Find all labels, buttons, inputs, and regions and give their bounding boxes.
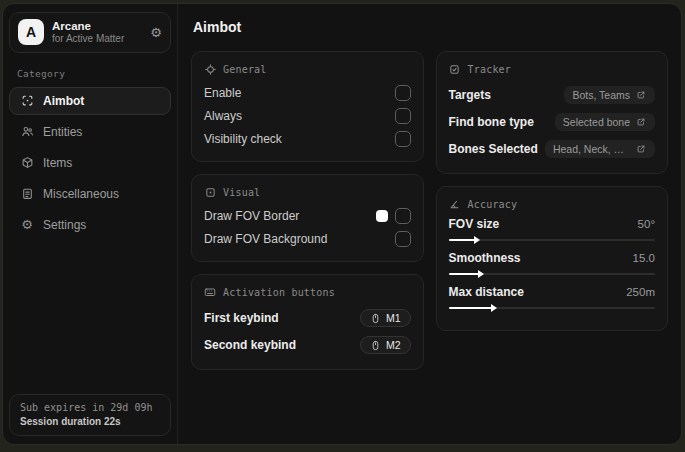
section-header: Visual — [223, 187, 260, 198]
category-label: Category — [17, 68, 171, 79]
sidebar-item-items[interactable]: Items — [9, 149, 171, 177]
expand-icon — [636, 144, 647, 155]
setting-label: Bones Selected — [449, 142, 538, 156]
keybind-value: M1 — [386, 312, 401, 324]
mouse-icon — [370, 313, 381, 324]
draw-fov-background-checkbox[interactable] — [395, 231, 411, 247]
setting-row-draw-fov-border: Draw FOV Border — [204, 205, 411, 227]
slider-value: 50° — [638, 218, 655, 230]
max-distance-slider[interactable] — [449, 307, 656, 309]
general-card: General Enable Always Visibility check — [191, 51, 424, 162]
sidebar-item-entities[interactable]: Entities — [9, 118, 171, 146]
clipboard-list-icon — [20, 187, 34, 201]
setting-label: Find bone type — [449, 115, 534, 129]
brand-card: A Arcane for Active Matter ⚙ — [9, 12, 171, 53]
slider-value: 15.0 — [633, 252, 655, 264]
enable-checkbox[interactable] — [395, 85, 411, 101]
brand-subtitle: for Active Matter — [52, 33, 124, 46]
sidebar-item-label: Entities — [43, 125, 82, 139]
slider-label: Smoothness — [449, 251, 521, 265]
slider-value: 250m — [626, 286, 655, 298]
setting-label: Enable — [204, 86, 241, 100]
setting-row-second-keybind: Second keybind M2 — [204, 332, 411, 358]
category-nav: Aimbot Entities — [9, 87, 171, 239]
setting-row-visibility-check: Visibility check — [204, 128, 411, 150]
setting-label: Visibility check — [204, 132, 282, 146]
setting-row-draw-fov-background: Draw FOV Background — [204, 228, 411, 250]
bones-selected-dropdown[interactable]: Head, Neck, Body, Pe… — [545, 140, 655, 158]
accuracy-card: Accuracy FOV size 50° — [436, 186, 669, 331]
expand-icon — [636, 90, 647, 101]
section-header: Tracker — [468, 64, 512, 75]
brand-title: Arcane — [52, 19, 124, 33]
first-keybind-button[interactable]: M1 — [360, 309, 411, 327]
dropdown-value: Bots, Teams — [572, 89, 630, 101]
sub-expiry-text: Sub expires in 29d 09h — [20, 402, 160, 413]
sidebar-item-label: Aimbot — [43, 94, 84, 108]
sidebar-item-aimbot[interactable]: Aimbot — [9, 87, 171, 115]
smoothness-slider[interactable] — [449, 273, 656, 275]
slider-label: Max distance — [449, 285, 524, 299]
keyboard-icon — [204, 286, 216, 298]
always-checkbox[interactable] — [395, 108, 411, 124]
section-header: Activation buttons — [223, 287, 335, 298]
visibility-check-checkbox[interactable] — [395, 131, 411, 147]
sidebar: A Arcane for Active Matter ⚙ Category Ai… — [3, 4, 178, 444]
slider-thumb[interactable] — [478, 270, 484, 278]
setting-label: Draw FOV Border — [204, 209, 299, 223]
mouse-icon — [370, 340, 381, 351]
sidebar-item-label: Settings — [43, 218, 86, 232]
setting-row-targets: Targets Bots, Teams — [449, 82, 656, 108]
sidebar-item-miscellaneous[interactable]: Miscellaneous — [9, 180, 171, 208]
slider-thumb[interactable] — [474, 236, 480, 244]
fov-size-slider[interactable] — [449, 239, 656, 241]
setting-row-always: Always — [204, 105, 411, 127]
setting-label: First keybind — [204, 311, 279, 325]
dropdown-value: Head, Neck, Body, Pe… — [553, 143, 630, 155]
slider-row-smoothness: Smoothness 15.0 — [449, 251, 656, 275]
brand-logo: A — [18, 19, 44, 45]
setting-row-first-keybind: First keybind M1 — [204, 305, 411, 331]
app-window: A Arcane for Active Matter ⚙ Category Ai… — [2, 3, 682, 445]
cube-icon — [20, 156, 34, 170]
setting-label: Always — [204, 109, 242, 123]
find-bone-type-dropdown[interactable]: Selected bone — [555, 113, 655, 131]
subscription-status-card: Sub expires in 29d 09h Session duration … — [9, 394, 171, 436]
page-title: Aimbot — [193, 19, 668, 35]
activation-buttons-card: Activation buttons First keybind M1 — [191, 274, 424, 370]
visual-card: Visual Draw FOV Border Draw FOV Backgrou… — [191, 174, 424, 262]
section-header: Accuracy — [468, 199, 518, 210]
session-duration-text: Session duration 22s — [20, 416, 160, 427]
targets-dropdown[interactable]: Bots, Teams — [564, 86, 655, 104]
expand-icon — [636, 117, 647, 128]
draw-fov-border-checkbox[interactable] — [395, 208, 411, 224]
fov-border-color-swatch[interactable] — [376, 210, 388, 222]
setting-row-bones-selected: Bones Selected Head, Neck, Body, Pe… — [449, 136, 656, 162]
slider-label: FOV size — [449, 217, 500, 231]
slider-row-max-distance: Max distance 250m — [449, 285, 656, 309]
sidebar-item-settings[interactable]: ⚙ Settings — [9, 211, 171, 239]
sidebar-item-label: Miscellaneous — [43, 187, 119, 201]
setting-row-find-bone-type: Find bone type Selected bone — [449, 109, 656, 135]
frame-icon — [204, 186, 216, 198]
setting-row-enable: Enable — [204, 82, 411, 104]
tracker-icon — [449, 63, 461, 75]
users-icon — [20, 125, 34, 139]
angle-icon — [449, 198, 461, 210]
crosshair-scan-icon — [20, 94, 34, 108]
second-keybind-button[interactable]: M2 — [360, 336, 411, 354]
dropdown-value: Selected bone — [563, 116, 630, 128]
keybind-value: M2 — [386, 339, 401, 351]
setting-label: Targets — [449, 88, 491, 102]
setting-label: Draw FOV Background — [204, 232, 327, 246]
section-header: General — [223, 64, 267, 75]
gear-icon[interactable]: ⚙ — [150, 25, 162, 40]
tracker-card: Tracker Targets Bots, Teams — [436, 51, 669, 174]
slider-thumb[interactable] — [491, 304, 497, 312]
main-content: Aimbot General Enable — [178, 4, 681, 444]
crosshair-icon — [204, 63, 216, 75]
slider-row-fov-size: FOV size 50° — [449, 217, 656, 241]
setting-label: Second keybind — [204, 338, 296, 352]
sidebar-item-label: Items — [43, 156, 72, 170]
gear-icon: ⚙ — [20, 218, 34, 232]
